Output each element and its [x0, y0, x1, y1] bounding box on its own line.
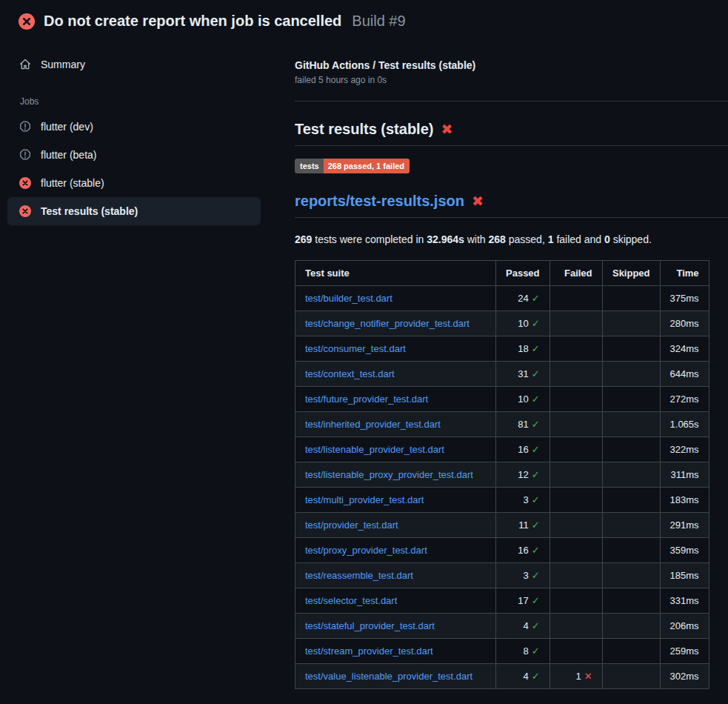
table-row: test/future_provider_test.dart10✓272ms — [295, 387, 709, 412]
check-icon: ✓ — [532, 545, 540, 556]
check-icon: ✓ — [532, 519, 540, 531]
column-header-time: Time — [660, 261, 709, 286]
main-content: GitHub Actions / Test results (stable) f… — [281, 37, 728, 689]
sidebar-item-job[interactable]: flutter (dev) — [7, 113, 261, 141]
test-suite-link[interactable]: test/consumer_test.dart — [305, 343, 406, 354]
time-value: 375ms — [660, 286, 709, 311]
count-value: 3 — [523, 494, 528, 505]
sidebar-item-job[interactable]: flutter (stable) — [7, 169, 261, 197]
count-value: 3 — [523, 570, 528, 581]
sidebar-item-summary[interactable]: Summary — [7, 50, 261, 79]
time-value: 206ms — [660, 614, 709, 639]
count-value: 81 — [518, 419, 528, 430]
test-suite-link[interactable]: test/selector_test.dart — [305, 595, 397, 606]
sidebar-item-label: flutter (beta) — [41, 149, 96, 161]
test-results-table: Test suite Passed Failed Skipped Time te… — [295, 260, 709, 689]
x-circle-fill-icon — [19, 205, 31, 217]
total-time: 32.964s — [427, 233, 464, 245]
table-row: test/consumer_test.dart18✓324ms — [295, 336, 709, 362]
test-suite-link[interactable]: test/future_provider_test.dart — [305, 393, 428, 405]
time-value: 324ms — [660, 336, 709, 362]
run-meta: failed 5 hours ago in 0s — [295, 75, 728, 85]
x-circle-icon — [19, 13, 35, 30]
count-value: 16 — [518, 545, 528, 556]
test-suite-link[interactable]: test/listenable_provider_test.dart — [305, 444, 444, 455]
sidebar-item-job[interactable]: Test results (stable) — [7, 197, 261, 225]
count-value: 10 — [518, 318, 528, 329]
check-icon: ✓ — [532, 368, 540, 379]
count-value: 12 — [518, 469, 528, 480]
test-suite-link[interactable]: test/change_notifier_provider_test.dart — [305, 318, 470, 329]
check-icon: ✓ — [532, 293, 540, 304]
x-icon: ✕ — [584, 671, 592, 682]
time-value: 322ms — [660, 437, 709, 462]
total-count: 269 — [295, 233, 312, 245]
column-header-skipped: Skipped — [602, 261, 660, 286]
time-value: 272ms — [660, 387, 709, 412]
test-suite-link[interactable]: test/stateful_provider_test.dart — [305, 620, 435, 631]
check-icon: ✓ — [532, 494, 540, 505]
cross-mark-icon: ✖ — [441, 122, 453, 136]
table-row: test/multi_provider_test.dart3✓183ms — [295, 488, 709, 513]
section-title: Test results (stable) — [295, 121, 433, 138]
test-suite-link[interactable]: test/stream_provider_test.dart — [305, 645, 433, 657]
check-icon: ✓ — [532, 444, 540, 455]
run-header: Do not create report when job is cancell… — [0, 0, 728, 37]
check-icon: ✓ — [532, 620, 540, 631]
x-circle-fill-icon — [19, 177, 31, 189]
check-icon: ✓ — [532, 419, 540, 430]
count-value: 31 — [518, 368, 528, 379]
time-value: 280ms — [660, 311, 709, 336]
test-suite-link[interactable]: test/value_listenable_provider_test.dart — [305, 671, 472, 682]
stop-cancelled-icon — [19, 121, 31, 133]
table-row: test/provider_test.dart11✓291ms — [295, 513, 709, 538]
check-icon: ✓ — [532, 671, 540, 682]
table-header-row: Test suite Passed Failed Skipped Time — [295, 261, 709, 286]
time-value: 311ms — [660, 462, 709, 488]
sidebar-item-job[interactable]: flutter (beta) — [7, 141, 261, 169]
count-value: 4 — [523, 671, 528, 682]
report-file-link[interactable]: reports/test-results.json — [295, 193, 464, 210]
time-value: 185ms — [660, 563, 709, 588]
test-suite-link[interactable]: test/multi_provider_test.dart — [305, 494, 424, 505]
check-icon: ✓ — [532, 343, 540, 354]
time-value: 291ms — [660, 513, 709, 538]
count-value: 16 — [518, 444, 528, 455]
sidebar: Summary Jobs flutter (dev) flutter (beta… — [0, 37, 281, 225]
check-icon: ✓ — [532, 393, 540, 405]
test-suite-link[interactable]: test/provider_test.dart — [305, 519, 398, 531]
column-header-passed: Passed — [496, 261, 550, 286]
check-icon: ✓ — [532, 469, 540, 480]
check-icon: ✓ — [532, 645, 540, 657]
test-suite-link[interactable]: test/inherited_provider_test.dart — [305, 419, 441, 430]
time-value: 302ms — [660, 664, 709, 689]
sidebar-item-label: flutter (dev) — [41, 121, 93, 133]
test-suite-link[interactable]: test/proxy_provider_test.dart — [305, 545, 427, 556]
time-value: 644ms — [660, 362, 709, 387]
table-row: test/reassemble_test.dart3✓185ms — [295, 563, 709, 588]
table-row: test/context_test.dart31✓644ms — [295, 362, 709, 387]
summary-line: 269 tests were completed in 32.964s with… — [295, 233, 728, 245]
count-value: 24 — [518, 293, 528, 304]
count-value: 1 — [575, 671, 581, 682]
page-title: Do not create report when job is cancell… — [44, 11, 341, 31]
skipped-count: 0 — [604, 233, 610, 245]
table-row: test/listenable_proxy_provider_test.dart… — [295, 462, 709, 488]
table-row: test/selector_test.dart17✓331ms — [295, 588, 709, 614]
time-value: 183ms — [660, 488, 709, 513]
passed-count: 268 — [489, 233, 506, 245]
test-suite-link[interactable]: test/builder_test.dart — [305, 293, 393, 304]
test-suite-link[interactable]: test/context_test.dart — [305, 368, 395, 379]
build-number: Build #9 — [352, 13, 405, 30]
table-row: test/listenable_provider_test.dart16✓322… — [295, 437, 709, 462]
results-table-body: test/builder_test.dart24✓375mstest/chang… — [295, 286, 709, 689]
table-row: test/change_notifier_provider_test.dart1… — [295, 311, 709, 336]
test-suite-link[interactable]: test/listenable_proxy_provider_test.dart — [305, 469, 473, 480]
failed-count: 1 — [548, 233, 554, 245]
check-icon: ✓ — [532, 570, 540, 581]
sidebar-item-label: flutter (stable) — [41, 177, 104, 189]
test-suite-link[interactable]: test/reassemble_test.dart — [305, 570, 413, 581]
column-header-test-suite: Test suite — [295, 261, 496, 286]
sidebar-item-label: Summary — [41, 59, 85, 70]
count-value: 18 — [518, 343, 528, 354]
